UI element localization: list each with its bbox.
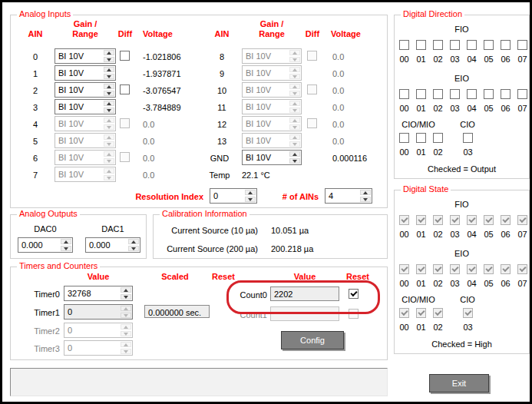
timer1-value-spinner-down-button (121, 313, 131, 318)
digital-direction-fio-bit-00-checkbox[interactable] (399, 40, 409, 50)
ain-11-range-spinner-buttons (289, 100, 301, 114)
digital-direction-cio-bit-03-label: 03 (458, 147, 478, 157)
dac1-spinner-up-button[interactable] (128, 239, 139, 244)
up-arrow-icon (292, 119, 297, 122)
digital-direction-eio-bit-02-checkbox[interactable] (433, 89, 443, 99)
timer1-label: Timer1 (24, 307, 60, 318)
ain-2-range-spinner[interactable]: BI 10V (55, 82, 116, 98)
ain-2-diff-checkbox[interactable] (120, 84, 130, 94)
digital-direction-cio-mio-bit-01-checkbox[interactable] (416, 133, 426, 143)
ain-6-range-spinner-buttons (103, 151, 115, 164)
down-arrow-icon (292, 58, 297, 61)
ain-10-range-spinner-down-button (289, 91, 300, 96)
ain-5-range-spinner-value: BI 10V (55, 134, 103, 147)
dac1-spinner-buttons (127, 238, 140, 252)
digital-direction-cio-mio-label: CIO/MIO (397, 119, 440, 130)
digital-direction-cio-bit-03-checkbox[interactable] (463, 133, 473, 143)
timer3-value-spinner-up-button (121, 342, 131, 347)
timer0-value-spinner[interactable]: 32768 (64, 286, 133, 301)
num-of-ains-spinner[interactable]: 4 (325, 188, 372, 204)
down-arrow-icon (107, 109, 111, 112)
digital-direction-fio-bit-07-checkbox[interactable] (517, 40, 527, 50)
timer0-value-spinner-buttons (120, 286, 132, 300)
digital-direction-fio-bit-02-checkbox[interactable] (433, 40, 443, 50)
resolution-index-spinner-up-button[interactable] (245, 190, 256, 195)
ain-0-range-spinner-down-button[interactable] (104, 57, 114, 62)
digital-direction-eio-bit-06-checkbox[interactable] (501, 89, 511, 99)
ain-3-range-spinner-up-button[interactable] (104, 101, 114, 106)
down-arrow-icon (107, 92, 111, 95)
gnd-range-spinner-up-button[interactable] (289, 151, 300, 157)
digital-direction-fio-bit-04-checkbox[interactable] (467, 40, 477, 50)
ain-13-range-spinner: BI 10V (242, 133, 302, 148)
ain-13-range-spinner-down-button (289, 141, 300, 147)
up-arrow-icon (107, 170, 111, 173)
ain-2-range-spinner-buttons (103, 83, 115, 97)
digital-state-fio-bit-00-checkbox (399, 215, 409, 225)
exit-button[interactable]: Exit (429, 374, 489, 392)
digital-direction-eio-bit-04-checkbox[interactable] (467, 89, 477, 99)
down-arrow-icon (107, 143, 111, 146)
resolution-index-spinner[interactable]: 0 (210, 188, 257, 204)
digital-direction-eio-bit-03-checkbox[interactable] (450, 89, 460, 99)
gnd-range-spinner-down-button[interactable] (289, 158, 300, 164)
digital-direction-fio-bit-06-checkbox[interactable] (501, 40, 511, 50)
digital-direction-eio-bit-01-checkbox[interactable] (416, 89, 426, 99)
ain-3-range-spinner-down-button[interactable] (104, 108, 114, 113)
timer1-scaled-field[interactable]: 0.000000 sec. (144, 305, 210, 318)
ain-0-range-spinner[interactable]: BI 10V (55, 48, 116, 64)
digital-state-fio-bit-07-label: 07 (512, 229, 532, 240)
ain-2-range-spinner-down-button[interactable] (104, 91, 114, 96)
ain-1-range-spinner-down-button[interactable] (104, 74, 114, 79)
ain-8-range-spinner: BI 10V (242, 48, 302, 64)
voltage-column-header-right: Voltage (331, 28, 361, 39)
digital-direction-fio-bit-01-checkbox[interactable] (416, 40, 426, 50)
digital-state-cio-mio-bit-02-checkbox (433, 308, 443, 318)
digital-state-eio-bit-00-checkbox (399, 264, 409, 274)
down-arrow-icon (64, 247, 68, 250)
digital-direction-eio-bit-00-checkbox[interactable] (399, 89, 409, 99)
dac0-spinner-down-button[interactable] (61, 246, 71, 251)
num-of-ains-spinner-down-button[interactable] (360, 197, 371, 202)
timer0-value-spinner-up-button[interactable] (121, 287, 131, 293)
digital-direction-fio-bit-03-checkbox[interactable] (450, 40, 460, 50)
down-arrow-icon (292, 92, 297, 95)
digital-direction-eio-bit-05-checkbox[interactable] (484, 89, 494, 99)
ain-1-range-spinner-up-button[interactable] (104, 67, 114, 72)
resolution-index-spinner-buttons (244, 189, 256, 203)
dac0-spinner[interactable]: 0.000 (18, 237, 73, 253)
ain-0-range-spinner-up-button[interactable] (104, 50, 114, 55)
ain-13-label: 13 (208, 136, 236, 147)
voltage-column-header-left: Voltage (143, 28, 173, 39)
ain-0-diff-checkbox[interactable] (120, 51, 130, 61)
down-arrow-icon (363, 198, 368, 201)
dac1-spinner-down-button[interactable] (128, 246, 139, 251)
gnd-range-spinner[interactable]: BI 10V (242, 150, 302, 165)
digital-state-eio-bit-07-checkbox (517, 264, 527, 274)
digital-direction-cio-mio-bit-02-checkbox[interactable] (433, 133, 443, 143)
config-button[interactable]: Config (281, 331, 344, 349)
ain-11-voltage: 0.0 (332, 102, 344, 113)
count0-reset-checkbox[interactable] (349, 289, 359, 299)
ain-10-diff-checkbox (307, 84, 317, 94)
digital-direction-cio-mio-bit-00-checkbox[interactable] (399, 133, 409, 143)
down-arrow-icon (292, 160, 297, 163)
digital-state-eio-bit-06-checkbox (501, 264, 511, 274)
ain-1-range-spinner[interactable]: BI 10V (55, 65, 116, 81)
digital-state-fio-bit-07-checkbox (517, 215, 527, 225)
up-arrow-icon (292, 85, 297, 88)
dac0-spinner-up-button[interactable] (61, 239, 71, 244)
ain-2-range-spinner-up-button[interactable] (104, 84, 114, 89)
digital-direction-fio-bit-05-checkbox[interactable] (484, 40, 494, 50)
digital-state-cio-mio-bit-00-checkbox (399, 308, 409, 318)
timer0-value-spinner-down-button[interactable] (121, 294, 131, 300)
ain-11-range-spinner-up-button (289, 101, 300, 106)
ain-3-range-spinner[interactable]: BI 10V (55, 99, 116, 114)
resolution-index-spinner-down-button[interactable] (245, 197, 256, 202)
digital-direction-cio-mio-bit-02-label: 02 (428, 147, 448, 157)
count0-value-field[interactable]: 2202 (270, 286, 339, 301)
ain-column-header-right: AIN (208, 28, 236, 39)
digital-direction-eio-bit-07-checkbox[interactable] (517, 89, 527, 99)
dac1-spinner[interactable]: 0.000 (85, 237, 140, 253)
num-of-ains-spinner-up-button[interactable] (360, 190, 371, 195)
